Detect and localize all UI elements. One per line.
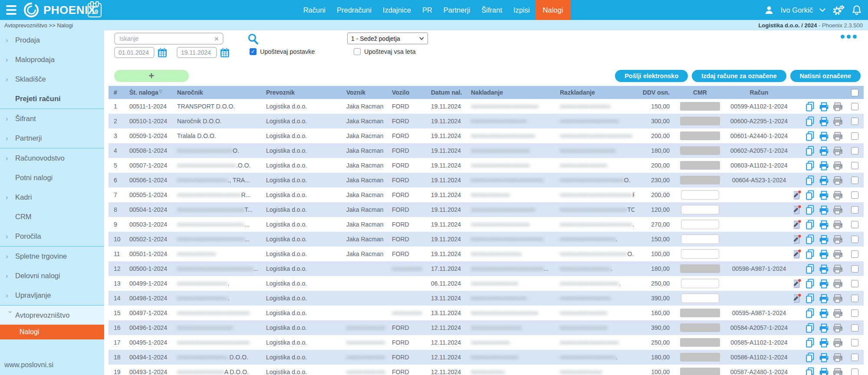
edit-icon[interactable] [794, 219, 802, 230]
fax-icon[interactable] [832, 322, 843, 333]
column-header-ddv-osn[interactable]: DDV osn. [635, 89, 676, 96]
sidebar-item-spletne-trgovine[interactable]: ›Spletne trgovine [0, 247, 104, 266]
edit-icon[interactable] [794, 293, 802, 304]
fax-icon[interactable] [832, 234, 843, 245]
print-icon[interactable] [819, 116, 829, 127]
cmr-input[interactable] [681, 234, 719, 244]
sidebar-item-kadri[interactable]: ›Kadri [0, 188, 104, 207]
cmr-input[interactable] [681, 190, 719, 200]
cell-order-number[interactable]: 00497-1-2024 [126, 309, 174, 316]
cell-order-number[interactable]: 00506-1-2024 [126, 177, 174, 184]
sidebar-item-nalogi[interactable]: Nalogi [0, 325, 104, 339]
cell-order-number[interactable]: 00495-1-2024 [126, 339, 174, 346]
print-icon[interactable] [819, 131, 829, 141]
checkbox-unchecked-icon[interactable] [354, 48, 361, 55]
sidebar-item-porocila[interactable]: ›Poročila [0, 227, 104, 246]
print-icon[interactable] [819, 160, 829, 171]
user-name[interactable]: Ivo Gorkič [781, 6, 813, 14]
column-header-prevoznik[interactable]: Prevoznik [263, 89, 343, 96]
cmr-input[interactable] [681, 220, 719, 229]
date-to-calendar-icon[interactable] [220, 47, 230, 60]
cell-order-number[interactable]: 00507-1-2024 [126, 162, 174, 169]
fax-icon[interactable] [832, 175, 843, 186]
column-header-nakladanje[interactable]: Nakladanje [467, 89, 556, 96]
nav-item-sifrant[interactable]: Šifrant [476, 0, 508, 20]
cell-order-number[interactable]: 00496-1-2024 [126, 324, 174, 331]
fax-icon[interactable] [832, 293, 843, 304]
row-checkbox[interactable] [851, 368, 858, 375]
fax-icon[interactable] [832, 101, 843, 112]
nav-item-racuni[interactable]: Računi [298, 0, 331, 20]
print-icon[interactable] [819, 145, 829, 156]
print-selected-button[interactable]: Natisni označene [790, 70, 861, 82]
fax-icon[interactable] [832, 352, 843, 363]
print-icon[interactable] [819, 367, 829, 375]
print-icon[interactable] [819, 263, 829, 274]
copy-icon[interactable] [805, 337, 815, 348]
copy-icon[interactable] [805, 160, 815, 171]
search-input[interactable] [118, 35, 214, 43]
sidebar-item-prejeti-racuni[interactable]: Prejeti računi [0, 89, 104, 109]
sidebar-item-potni-nalogi[interactable]: Potni nalogi [0, 168, 104, 188]
print-icon[interactable] [819, 278, 829, 289]
row-checkbox[interactable] [851, 103, 858, 110]
fax-icon[interactable] [832, 116, 843, 127]
edit-icon[interactable] [794, 190, 802, 201]
cmr-input[interactable] [681, 205, 719, 214]
sidebar-item-skladisce[interactable]: ›Skladišče [0, 69, 104, 89]
cell-order-number[interactable]: 00498-1-2024 [126, 295, 174, 302]
column-header-[interactable]: # [108, 89, 126, 96]
copy-icon[interactable] [805, 175, 815, 186]
copy-icon[interactable] [805, 131, 815, 141]
checkbox-upostevaj-vsa-leta[interactable]: Upoštevaj vsa leta [354, 48, 415, 55]
date-from-input[interactable] [114, 47, 155, 58]
fax-icon[interactable] [832, 219, 843, 230]
cell-order-number[interactable]: 00505-1-2024 [126, 191, 174, 198]
column-header-datum-nal[interactable]: Datum nal. [427, 89, 467, 96]
copy-icon[interactable] [805, 263, 815, 274]
row-checkbox[interactable] [851, 132, 858, 140]
sidebar-item-partnerji[interactable]: ›Partnerji [0, 128, 104, 148]
print-icon[interactable] [819, 204, 829, 215]
print-icon[interactable] [819, 322, 829, 333]
user-chevron-down-icon[interactable] [819, 8, 825, 12]
nav-item-partnerji[interactable]: Partnerji [438, 0, 476, 20]
sidebar-footer-link[interactable]: www.poslovni.si [4, 361, 53, 369]
row-checkbox[interactable] [851, 118, 858, 125]
add-button[interactable]: + [114, 70, 189, 82]
cmr-input[interactable] [681, 279, 719, 288]
copy-icon[interactable] [805, 308, 815, 319]
print-icon[interactable] [819, 190, 829, 201]
print-icon[interactable] [819, 308, 829, 319]
cell-order-number[interactable]: 00502-1-2024 [126, 236, 174, 243]
print-icon[interactable] [819, 249, 829, 260]
copy-icon[interactable] [805, 234, 815, 245]
row-checkbox[interactable] [851, 309, 858, 317]
copy-icon[interactable] [805, 219, 815, 230]
cmr-input[interactable] [681, 293, 719, 303]
row-checkbox[interactable] [851, 324, 858, 332]
fax-icon[interactable] [832, 249, 843, 260]
row-checkbox[interactable] [851, 191, 858, 199]
calendar-date-icon[interactable]: Nov 19 [88, 3, 102, 17]
copy-icon[interactable] [805, 204, 815, 215]
copy-icon[interactable] [805, 367, 815, 375]
row-checkbox[interactable] [851, 354, 858, 361]
print-icon[interactable] [819, 219, 829, 230]
fax-icon[interactable] [832, 204, 843, 215]
row-checkbox[interactable] [851, 265, 858, 273]
edit-icon[interactable] [794, 278, 802, 289]
hamburger-menu-icon[interactable] [6, 5, 16, 15]
copy-icon[interactable] [805, 145, 815, 156]
company-select[interactable]: 1 - Sedež podjetja [347, 33, 428, 44]
fax-icon[interactable] [832, 190, 843, 201]
fax-icon[interactable] [832, 263, 843, 274]
row-checkbox[interactable] [851, 147, 858, 155]
edit-icon[interactable] [794, 249, 802, 260]
fax-icon[interactable] [832, 367, 843, 375]
copy-icon[interactable] [805, 293, 815, 304]
cell-order-number[interactable]: 00501-1-2024 [126, 250, 174, 257]
row-checkbox[interactable] [851, 162, 858, 169]
sort-triangle-icon[interactable]: ▽ [159, 89, 162, 94]
select-all-checkbox[interactable] [851, 89, 858, 96]
